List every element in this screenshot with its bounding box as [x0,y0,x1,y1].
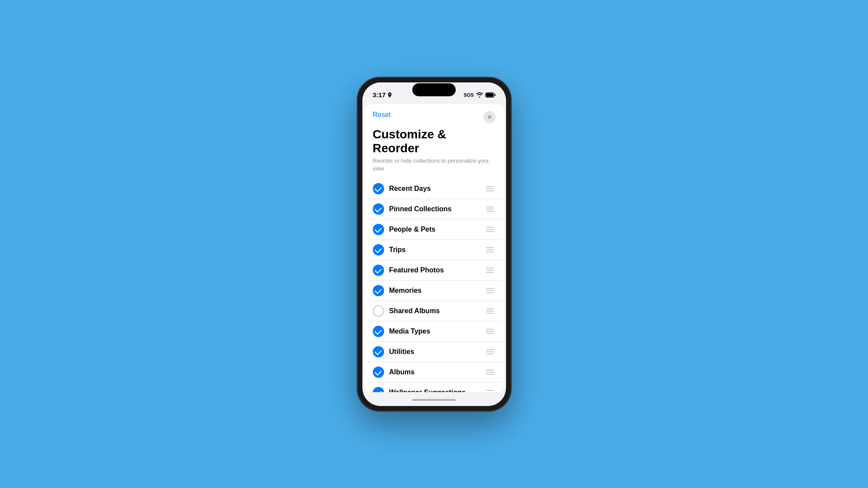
status-time: 3:17 [373,91,392,98]
dynamic-island [412,83,456,96]
drag-handle[interactable] [484,266,496,275]
list-item[interactable]: Recent Days [366,179,503,199]
home-bar [412,399,456,401]
checked-icon[interactable] [373,285,384,296]
list-item[interactable]: Trips [366,240,503,260]
checked-icon[interactable] [373,183,384,194]
drag-handle[interactable] [484,347,496,356]
list-item[interactable]: Wallpaper Suggestions [366,383,503,392]
drag-handle[interactable] [484,225,496,234]
sos-label: SOS [464,92,473,98]
phone-device: 3:17 SOS [357,77,511,411]
reset-button[interactable]: Reset [373,111,391,119]
drag-handle[interactable] [484,184,496,193]
sheet: Reset ✕ Customize & Reorder Reorder or h… [364,104,504,392]
drag-handle[interactable] [484,327,496,336]
wifi-icon [476,92,483,98]
checked-icon[interactable] [373,265,384,276]
checked-icon[interactable] [373,244,384,255]
sheet-title: Customize & Reorder [364,128,504,157]
svg-rect-1 [494,94,495,96]
drag-handle[interactable] [484,246,496,254]
phone-screen: 3:17 SOS [362,82,506,406]
checked-icon[interactable] [373,224,384,235]
close-button[interactable]: ✕ [483,111,496,123]
svg-rect-2 [486,93,493,97]
location-icon [388,92,392,98]
list-item[interactable]: Memories [366,281,503,301]
drag-handle[interactable] [484,307,496,315]
unchecked-icon[interactable] [373,305,384,317]
item-label: Featured Photos [389,266,479,274]
list-item[interactable]: Albums [366,362,503,383]
item-label: Wallpaper Suggestions [389,389,479,392]
list-item[interactable]: Utilities [366,342,503,362]
checked-icon[interactable] [373,346,384,357]
drag-handle[interactable] [484,205,496,213]
checked-icon[interactable] [373,367,384,378]
battery-icon [485,92,496,98]
checked-icon[interactable] [373,203,384,215]
sheet-subtitle: Reorder or hide collections to personali… [364,157,504,179]
checked-icon[interactable] [373,326,384,337]
item-label: Albums [389,368,479,376]
item-label: Shared Albums [389,307,479,315]
drag-handle[interactable] [484,286,496,295]
list-item[interactable]: People & Pets [366,219,503,240]
items-list: Recent DaysPinned CollectionsPeople & Pe… [364,179,504,392]
time-label: 3:17 [373,91,386,98]
list-item[interactable]: Featured Photos [366,260,503,281]
list-item[interactable]: Shared Albums [366,301,503,321]
drag-handle[interactable] [484,388,496,392]
item-label: People & Pets [389,226,479,233]
item-label: Media Types [389,328,479,335]
status-icons: SOS [464,92,495,98]
sheet-header: Reset ✕ [364,104,504,128]
item-label: Pinned Collections [389,205,479,213]
item-label: Trips [389,246,479,254]
checked-icon[interactable] [373,387,384,392]
item-label: Utilities [389,348,479,356]
item-label: Recent Days [389,185,479,193]
list-item[interactable]: Media Types [366,321,503,342]
drag-handle[interactable] [484,368,496,377]
item-label: Memories [389,287,479,295]
home-indicator-area [362,394,506,406]
list-item[interactable]: Pinned Collections [366,199,503,219]
